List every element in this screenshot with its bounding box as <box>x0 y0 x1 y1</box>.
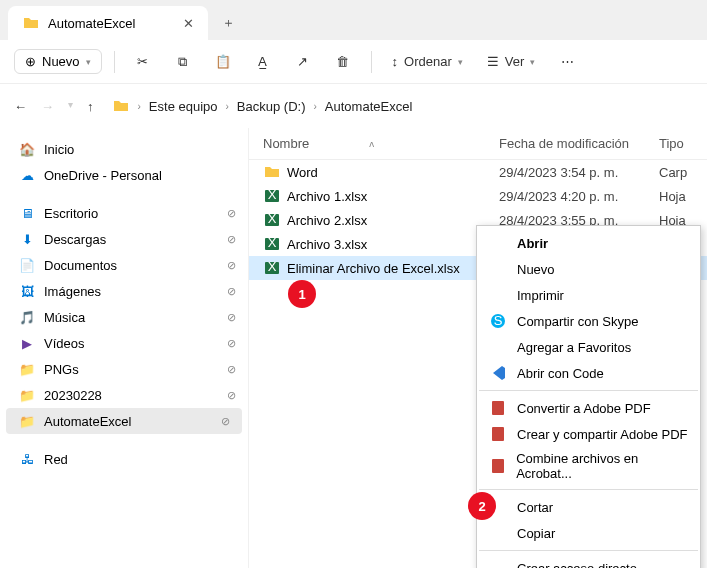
cm-label: Imprimir <box>517 288 564 303</box>
crumb-1[interactable]: Backup (D:) <box>237 99 306 114</box>
close-icon[interactable]: ✕ <box>183 16 194 31</box>
view-button[interactable]: ☰ Ver ▾ <box>479 50 544 73</box>
new-tab-button[interactable]: ＋ <box>208 6 249 40</box>
svg-rect-10 <box>492 401 504 415</box>
back-button[interactable]: ← <box>14 99 27 114</box>
sidebar-item-label: Imágenes <box>44 284 101 299</box>
pin-icon[interactable]: ⊘ <box>227 389 236 402</box>
pin-icon[interactable]: ⊘ <box>227 207 236 220</box>
rename-button[interactable]: A̲ <box>247 46 279 78</box>
sort-button[interactable]: ↕ Ordenar ▾ <box>384 50 471 73</box>
plus-icon: ⊕ <box>25 54 36 69</box>
share-button[interactable]: ↗ <box>287 46 319 78</box>
table-row[interactable]: XArchivo 1.xlsx29/4/2023 4:20 p. m.Hoja <box>249 184 707 208</box>
cm-label: Copiar <box>517 526 555 541</box>
sidebar-icon: 🖥 <box>18 204 36 222</box>
sidebar-item-escritorio[interactable]: 🖥Escritorio⊘ <box>0 200 248 226</box>
pin-icon[interactable]: ⊘ <box>227 285 236 298</box>
cut-button[interactable]: ✂ <box>127 46 159 78</box>
sidebar-onedrive[interactable]: ☁ OneDrive - Personal <box>0 162 248 188</box>
chevron-right-icon[interactable]: › <box>226 101 229 112</box>
table-row[interactable]: Word29/4/2023 3:54 p. m.Carp <box>249 160 707 184</box>
chevron-right-icon[interactable]: › <box>314 101 317 112</box>
pin-icon[interactable]: ⊘ <box>221 415 230 428</box>
recent-dropdown[interactable]: ▾ <box>68 99 73 114</box>
paste-button[interactable]: 📋 <box>207 46 239 78</box>
cm-convertir-a-adobe-pdf[interactable]: Convertir a Adobe PDF <box>477 395 700 421</box>
sidebar-item-imágenes[interactable]: 🖼Imágenes⊘ <box>0 278 248 304</box>
pin-icon[interactable]: ⊘ <box>227 337 236 350</box>
toolbar: ⊕ Nuevo ▾ ✂ ⧉ 📋 A̲ ↗ 🗑 ↕ Ordenar ▾ ☰ Ver… <box>0 40 707 84</box>
cm-agregar-a-favoritos[interactable]: Agregar a Favoritos <box>477 334 700 360</box>
sidebar-onedrive-label: OneDrive - Personal <box>44 168 162 183</box>
file-type: Hoja <box>659 189 707 204</box>
new-button[interactable]: ⊕ Nuevo ▾ <box>14 49 102 74</box>
chevron-down-icon: ▾ <box>86 57 91 67</box>
sort-icon: ↕ <box>392 54 399 69</box>
annotation-1: 1 <box>288 280 316 308</box>
sidebar-item-automateexcel[interactable]: 📁AutomateExcel⊘ <box>6 408 242 434</box>
cm-compartir-con-skype[interactable]: SCompartir con Skype <box>477 308 700 334</box>
crumb-2[interactable]: AutomateExcel <box>325 99 412 114</box>
folder-icon <box>22 14 40 32</box>
cm-combine-archivos-en-acrobat-[interactable]: Combine archivos en Acrobat... <box>477 447 700 485</box>
file-name: Eliminar Archivo de Excel.xlsx <box>287 261 460 276</box>
cm-abrir[interactable]: Abrir <box>477 230 700 256</box>
sidebar-item-label: Escritorio <box>44 206 98 221</box>
pin-icon[interactable]: ⊘ <box>227 233 236 246</box>
file-type: Carp <box>659 165 707 180</box>
cm-abrir-con-code[interactable]: Abrir con Code <box>477 360 700 386</box>
col-name[interactable]: Nombre ʌ <box>249 136 499 151</box>
sort-asc-icon: ʌ <box>369 139 374 149</box>
file-name: Archivo 2.xlsx <box>287 213 367 228</box>
svg-text:X: X <box>268 260 277 274</box>
cm-copiar[interactable]: Copiar <box>477 520 700 546</box>
pin-icon[interactable]: ⊘ <box>227 311 236 324</box>
file-name: Archivo 1.xlsx <box>287 189 367 204</box>
cm-crear-acceso-directo[interactable]: Crear acceso directo <box>477 555 700 568</box>
sidebar-item-label: Descargas <box>44 232 106 247</box>
copy-button[interactable]: ⧉ <box>167 46 199 78</box>
sidebar-item-descargas[interactable]: ⬇Descargas⊘ <box>0 226 248 252</box>
tab[interactable]: AutomateExcel ✕ <box>8 6 208 40</box>
svg-rect-11 <box>492 427 504 441</box>
home-icon: 🏠 <box>18 140 36 158</box>
cm-label: Nuevo <box>517 262 555 277</box>
more-button[interactable]: ⋯ <box>551 46 583 78</box>
sidebar-home[interactable]: 🏠 Inicio <box>0 136 248 162</box>
up-button[interactable]: ↑ <box>87 99 94 114</box>
xlsx-icon: X <box>263 235 281 253</box>
xlsx-icon: X <box>263 211 281 229</box>
pin-icon[interactable]: ⊘ <box>227 259 236 272</box>
blank-icon <box>489 286 507 304</box>
sidebar-item-vídeos[interactable]: ▶Vídeos⊘ <box>0 330 248 356</box>
col-type[interactable]: Tipo <box>659 136 707 151</box>
sidebar-item-pngs[interactable]: 📁PNGs⊘ <box>0 356 248 382</box>
folder-icon <box>263 163 281 181</box>
cm-label: Compartir con Skype <box>517 314 638 329</box>
forward-button: → <box>41 99 54 114</box>
folder-icon <box>112 97 130 115</box>
sidebar-item-música[interactable]: 🎵Música⊘ <box>0 304 248 330</box>
delete-button[interactable]: 🗑 <box>327 46 359 78</box>
svg-text:X: X <box>268 236 277 250</box>
pin-icon[interactable]: ⊘ <box>227 363 236 376</box>
chevron-down-icon: ▾ <box>530 57 535 67</box>
cm-crear-y-compartir-adobe-pdf[interactable]: Crear y compartir Adobe PDF <box>477 421 700 447</box>
svg-text:X: X <box>268 212 277 226</box>
cm-nuevo[interactable]: Nuevo <box>477 256 700 282</box>
cm-imprimir[interactable]: Imprimir <box>477 282 700 308</box>
sidebar-item-20230228[interactable]: 📁20230228⊘ <box>0 382 248 408</box>
sidebar-icon: 🖼 <box>18 282 36 300</box>
sidebar-item-label: Documentos <box>44 258 117 273</box>
sidebar-network[interactable]: 🖧 Red <box>0 446 248 472</box>
col-date[interactable]: Fecha de modificación <box>499 136 659 151</box>
sidebar-icon: ⬇ <box>18 230 36 248</box>
sidebar-icon: 📁 <box>18 386 36 404</box>
sidebar-item-documentos[interactable]: 📄Documentos⊘ <box>0 252 248 278</box>
sidebar-home-label: Inicio <box>44 142 74 157</box>
cm-cortar[interactable]: Cortar <box>477 494 700 520</box>
chevron-right-icon[interactable]: › <box>138 101 141 112</box>
crumb-0[interactable]: Este equipo <box>149 99 218 114</box>
sidebar: 🏠 Inicio ☁ OneDrive - Personal 🖥Escritor… <box>0 128 248 568</box>
